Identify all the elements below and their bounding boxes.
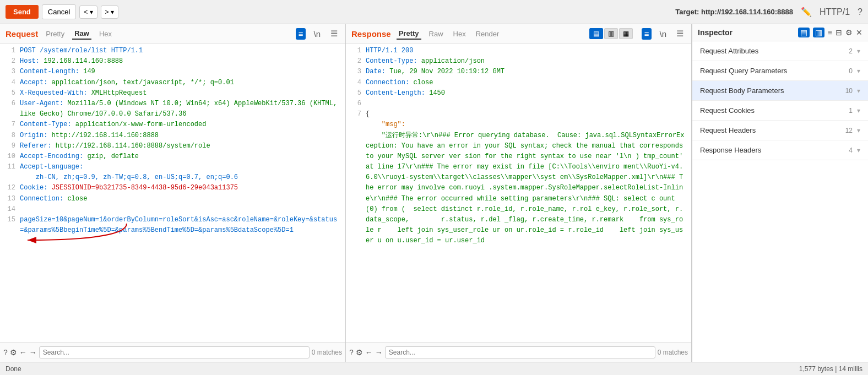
view-toggle-3[interactable]: ▦ (619, 28, 633, 39)
inspector-title: Inspector (698, 28, 795, 37)
nav-next-button[interactable]: > ▾ (101, 6, 118, 19)
status-bar: Done 1,577 bytes | 14 millis (0, 362, 868, 375)
code-line: 3 Date: Tue, 29 Nov 2022 10:19:12 GMT (346, 67, 691, 77)
view-toggle-2[interactable]: ▥ (604, 28, 618, 39)
code-line: 6 (346, 99, 691, 109)
response-search-prev-icon[interactable]: ← (365, 348, 373, 357)
code-line: 5 Content-Length: 1450 (346, 88, 691, 99)
code-line: 1 POST /system/role/list HTTP/1.1 (0, 46, 345, 56)
protocol-label: HTTP/1 (820, 7, 850, 17)
response-title: Response (351, 29, 391, 39)
send-button[interactable]: Send (6, 5, 39, 19)
inspector-align-icon[interactable]: ≡ (828, 28, 832, 37)
code-line: 10 Accept-Encoding: gzip, deflate (0, 151, 345, 162)
tab-hex[interactable]: Hex (97, 29, 114, 39)
response-panel-header: Response Pretty Raw Hex Render ▤ ▥ ▦ ≡ \… (346, 24, 691, 44)
inspector-align2-icon[interactable]: ⊟ (836, 28, 842, 37)
search-next-icon[interactable]: → (29, 348, 37, 357)
request-search-matches: 0 matches (312, 349, 342, 356)
response-newline-icon[interactable]: \n (657, 28, 669, 40)
inspector-row-cookies[interactable]: Request Cookies 1 ▾ (692, 101, 868, 121)
inspector-rows: Request Attributes 2 ▾ Request Query Par… (692, 41, 868, 362)
inspector-close-icon[interactable]: ✕ (856, 28, 862, 37)
code-line: 7 Content-Type: application/x-www-form-u… (0, 119, 345, 130)
response-search-help-icon[interactable]: ? (349, 348, 354, 357)
code-line: 12 Cookie: JSESSIONID=9b321735-8349-4438… (0, 183, 345, 193)
search-prev-icon[interactable]: ← (19, 348, 27, 357)
nav-prev-button[interactable]: < ▾ (79, 6, 97, 19)
response-search-matches: 0 matches (658, 349, 688, 356)
request-search-bar: ? ⚙ ← → 0 matches (0, 342, 345, 362)
request-panel-header: Request Pretty Raw Hex ≡ \n ☰ (0, 24, 345, 44)
tab-raw-response[interactable]: Raw (427, 29, 446, 39)
tab-pretty[interactable]: Pretty (44, 29, 67, 39)
code-line: "msg": (346, 119, 691, 130)
menu-icon[interactable]: ☰ (328, 28, 340, 40)
code-line: 5 X-Requested-With: XMLHttpRequest (0, 88, 345, 99)
code-line: 8 Origin: http://192.168.114.160:8888 (0, 131, 345, 141)
inspector-panel: Inspector ▤ ▥ ≡ ⊟ ⚙ ✕ Request Attributes… (692, 24, 868, 362)
code-line: 6 User-Agent: Mozilla/5.0 (Windows NT 10… (0, 99, 345, 119)
tab-render-response[interactable]: Render (474, 29, 502, 39)
inspector-row-query-params[interactable]: Request Query Parameters 0 ▾ (692, 61, 868, 81)
request-code-area: 1 POST /system/role/list HTTP/1.1 2 Host… (0, 44, 345, 342)
help-icon[interactable]: ? (858, 7, 862, 17)
main-area: Request Pretty Raw Hex ≡ \n ☰ 1 POST /sy… (0, 24, 868, 362)
status-left: Done (6, 365, 21, 373)
response-search-bar: ? ⚙ ← → 0 matches (346, 342, 691, 362)
code-line: 2 Content-Type: application/json (346, 56, 691, 67)
code-line: 13 Connection: close (0, 194, 345, 204)
code-line: 4 Connection: close (346, 78, 691, 88)
code-line: 3 Content-Length: 149 (0, 67, 345, 77)
tab-hex-response[interactable]: Hex (451, 29, 468, 39)
tab-pretty-response[interactable]: Pretty (397, 28, 421, 40)
code-line: "运行时异常:\r\n### Error querying database. … (346, 131, 691, 247)
toolbar: Send Cancel < ▾ > ▾ Target: http://192.1… (0, 0, 868, 24)
response-panel: Response Pretty Raw Hex Render ▤ ▥ ▦ ≡ \… (346, 24, 692, 362)
target-info: Target: http://192.168.114.160:8888 (675, 8, 793, 16)
response-search-input[interactable] (385, 346, 655, 358)
code-line: 1 HTTP/1.1 200 (346, 46, 691, 56)
cancel-button[interactable]: Cancel (42, 4, 76, 19)
search-settings-icon[interactable]: ⚙ (10, 348, 17, 357)
response-code-area: 1 HTTP/1.1 200 2 Content-Type: applicati… (346, 44, 691, 342)
tab-raw[interactable]: Raw (72, 28, 91, 40)
code-line: 14 (0, 204, 345, 215)
code-line: 15 pageSize=10&pageNum=1&orderByColumn=r… (0, 215, 345, 236)
inspector-row-response-headers[interactable]: Response Headers 4 ▾ (692, 140, 868, 160)
request-title: Request (6, 29, 38, 39)
inspector-icon-2[interactable]: ▥ (813, 28, 824, 37)
inspector-settings-icon[interactable]: ⚙ (845, 28, 853, 37)
newline-icon[interactable]: \n (311, 28, 323, 40)
inspector-row-body-params[interactable]: Request Body Parameters 10 ▾ (692, 81, 868, 101)
code-line: 2 Host: 192.168.114.160:8888 (0, 56, 345, 67)
search-help-icon[interactable]: ? (3, 348, 8, 357)
code-line: 11 Accept-Language: zh-CN, zh;q=0.9, zh-… (0, 162, 345, 183)
request-search-input[interactable] (39, 346, 310, 358)
inspector-row-request-attributes[interactable]: Request Attributes 2 ▾ (692, 41, 868, 61)
inspector-header: Inspector ▤ ▥ ≡ ⊟ ⚙ ✕ (692, 24, 868, 41)
view-toggle-1[interactable]: ▤ (589, 28, 603, 39)
inspector-icon-1[interactable]: ▤ (798, 28, 810, 37)
response-search-next-icon[interactable]: → (375, 348, 383, 357)
word-wrap-icon[interactable]: ≡ (296, 28, 306, 40)
code-line: 9 Referer: http://192.168.114.160:8888/s… (0, 141, 345, 151)
response-search-settings-icon[interactable]: ⚙ (356, 348, 363, 357)
response-menu-icon[interactable]: ☰ (674, 28, 686, 40)
response-wordwrap-icon[interactable]: ≡ (642, 28, 652, 40)
status-right: 1,577 bytes | 14 millis (799, 365, 862, 373)
view-toggles: ▤ ▥ ▦ (589, 28, 633, 39)
code-line: 4 Accept: application/json, text/javascr… (0, 78, 345, 88)
edit-icon[interactable]: ✏️ (801, 7, 812, 17)
inspector-row-request-headers[interactable]: Request Headers 12 ▾ (692, 121, 868, 140)
request-panel: Request Pretty Raw Hex ≡ \n ☰ 1 POST /sy… (0, 24, 346, 362)
code-line: 7 { (346, 109, 691, 119)
